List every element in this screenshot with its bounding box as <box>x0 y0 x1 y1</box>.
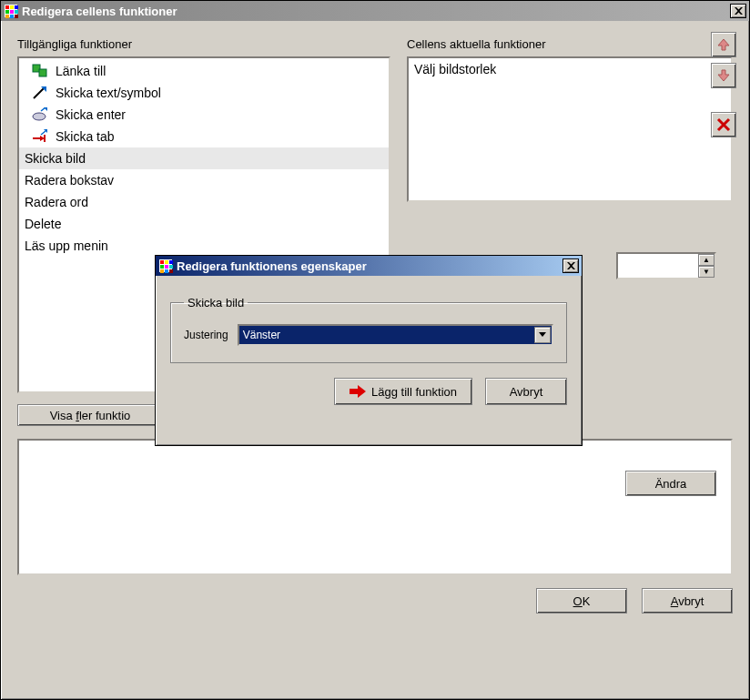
ok-button[interactable]: OK <box>536 588 627 614</box>
list-item-label: Delete <box>25 217 61 231</box>
arrow-right-icon <box>350 385 366 398</box>
enter-icon <box>30 106 50 124</box>
properties-dialog: Redigera funktionens egenskaper Skicka b… <box>155 255 583 446</box>
list-item-label: Skicka text/symbol <box>56 86 161 100</box>
close-icon <box>735 7 743 15</box>
send-image-group: Skicka bild Justering Vänster <box>170 296 567 363</box>
modal-cancel-label: Avbryt <box>510 385 543 399</box>
list-item[interactable]: Radera bokstav <box>19 169 389 191</box>
arrow-icon <box>30 84 50 102</box>
main-titlebar: Redigera cellens funktioner <box>1 1 749 21</box>
cancel-label: Avbryt <box>671 594 704 608</box>
svg-line-2 <box>34 87 45 98</box>
list-item-label: Skicka enter <box>56 107 126 122</box>
dropdown-toggle[interactable] <box>534 327 551 343</box>
list-item[interactable]: Skicka text/symbol <box>19 82 389 104</box>
list-item-label: Länka till <box>56 64 106 78</box>
delete-button[interactable] <box>711 112 736 137</box>
spin-up-button[interactable]: ▲ <box>698 254 715 266</box>
list-item[interactable]: Välj bildstorlek <box>409 60 731 78</box>
numeric-spinner[interactable]: ▲ ▼ <box>616 252 716 279</box>
app-grid-icon <box>4 4 18 18</box>
modal-close-button[interactable] <box>562 259 579 273</box>
main-close-button[interactable] <box>730 4 746 18</box>
close-icon <box>567 262 575 269</box>
move-down-button[interactable] <box>711 63 736 88</box>
x-delete-icon <box>716 117 731 132</box>
current-listbox[interactable]: Välj bildstorlek <box>407 56 733 202</box>
alignment-label: Justering <box>184 329 228 341</box>
modal-title: Redigera funktionens egenskaper <box>177 259 562 273</box>
svg-marker-12 <box>539 332 546 337</box>
show-more-label: Visa fler funktio <box>50 409 131 422</box>
main-title: Redigera cellens funktioner <box>22 5 730 18</box>
ok-label: OK <box>573 594 591 608</box>
list-item[interactable]: Skicka bild <box>19 147 389 169</box>
link-icon <box>30 62 50 80</box>
list-item-label: Läs upp menin <box>25 238 108 253</box>
description-textarea[interactable] <box>17 439 733 575</box>
change-button[interactable]: Ändra <box>625 471 716 496</box>
svg-marker-13 <box>350 385 366 398</box>
list-item[interactable]: Skicka tab <box>19 126 389 147</box>
list-item[interactable]: Delete <box>19 213 389 235</box>
list-item[interactable]: Länka till <box>19 60 389 82</box>
group-legend: Skicka bild <box>184 296 248 309</box>
add-function-button[interactable]: Lägg till funktion <box>334 378 472 405</box>
show-more-button[interactable]: Visa fler funktio <box>17 404 163 426</box>
list-item[interactable]: Skicka enter <box>19 104 389 126</box>
alignment-dropdown[interactable]: Vänster <box>238 324 553 346</box>
list-item-label: Skicka tab <box>56 129 115 144</box>
current-label: Cellens aktuella funktioner <box>407 37 733 51</box>
svg-point-4 <box>33 113 46 120</box>
list-item-label: Radera ord <box>25 195 88 209</box>
svg-rect-1 <box>39 69 46 76</box>
arrow-up-icon <box>717 38 730 51</box>
spin-down-button[interactable]: ▼ <box>698 266 715 278</box>
alignment-value: Vänster <box>243 329 280 341</box>
move-up-button[interactable] <box>711 32 736 57</box>
list-item[interactable]: Radera ord <box>19 191 389 213</box>
svg-marker-10 <box>718 39 729 50</box>
list-item-label: Skicka bild <box>25 151 86 166</box>
available-label: Tillgängliga funktioner <box>17 37 390 51</box>
modal-cancel-button[interactable]: Avbryt <box>485 378 567 405</box>
list-item[interactable]: Läs upp menin <box>19 235 389 257</box>
modal-titlebar: Redigera funktionens egenskaper <box>156 256 582 276</box>
chevron-down-icon <box>539 332 546 338</box>
app-grid-icon <box>158 259 173 273</box>
cancel-button[interactable]: Avbryt <box>642 588 733 614</box>
change-label: Ändra <box>655 477 687 491</box>
tab-icon <box>30 127 50 146</box>
svg-marker-11 <box>718 70 729 81</box>
add-function-label: Lägg till funktion <box>371 385 457 399</box>
list-item-label: Välj bildstorlek <box>414 62 496 76</box>
list-item-label: Radera bokstav <box>25 173 114 188</box>
arrow-down-icon <box>717 69 730 82</box>
